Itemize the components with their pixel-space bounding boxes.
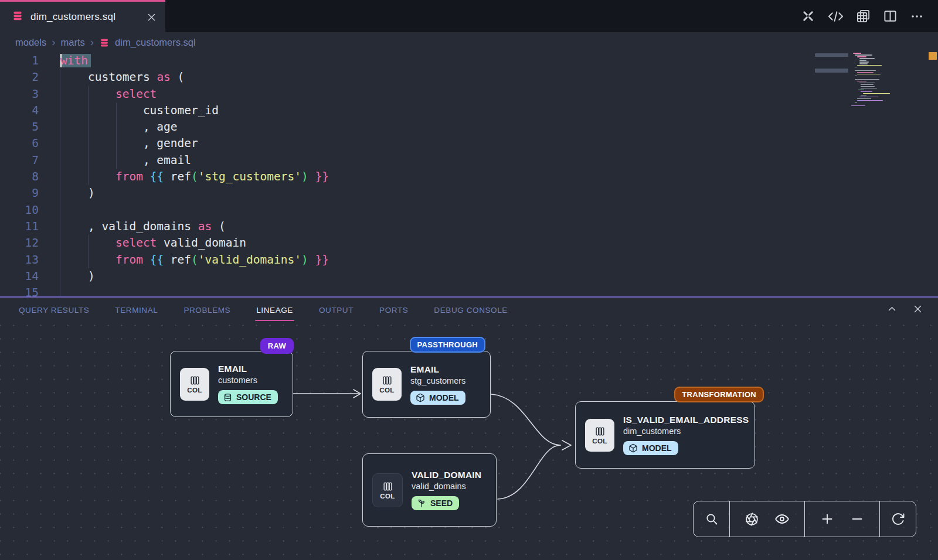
lineage-node-customers[interactable]: RAW COL EMAIL customers SOURCE [170, 351, 293, 417]
code-editor[interactable]: 1with2 customers as (3 select4 customer_… [0, 52, 938, 296]
column-chip[interactable]: COL [585, 419, 614, 452]
lineage-node-stg-customers[interactable]: PASSTHROUGH COL EMAIL stg_customers MODE… [362, 351, 491, 418]
eye-icon[interactable] [774, 511, 790, 527]
panel-tab-ports[interactable]: PORTS [379, 303, 408, 317]
panel-tab-terminal[interactable]: TERMINAL [115, 303, 158, 317]
node-subtitle: customers [218, 375, 278, 385]
code-token: ref [164, 253, 191, 267]
line-number: 13 [0, 252, 39, 268]
panel-actions [887, 304, 923, 316]
close-panel-icon[interactable] [913, 304, 923, 316]
code-line[interactable]: 11 , valid_domains as ( [0, 218, 938, 235]
category-badge-transformation: TRANSFORMATION [674, 387, 764, 402]
minimap-line [851, 86, 899, 87]
minimap-line [851, 88, 899, 89]
type-badge-seed[interactable]: SEED [412, 496, 459, 510]
node-title: IS_VALID_EMAIL_ADDRESS [623, 415, 745, 425]
refresh-icon[interactable] [891, 512, 905, 526]
panel-tab-debug-console[interactable]: DEBUG CONSOLE [434, 303, 508, 317]
dbt-icon[interactable] [801, 9, 815, 23]
line-number: 11 [0, 218, 39, 235]
code-token: 'stg_customers' [198, 170, 301, 183]
code-token: customers [60, 70, 157, 84]
more-actions-icon[interactable] [910, 9, 924, 23]
type-badge-model[interactable]: MODEL [410, 391, 465, 405]
code-line[interactable]: 14 ) [0, 268, 938, 285]
minimap[interactable] [851, 53, 899, 102]
code-token: select [115, 87, 157, 101]
code-token: }} [315, 170, 328, 183]
code-icon[interactable] [828, 10, 844, 23]
zoom-in-icon[interactable] [820, 512, 834, 526]
collapse-panel-icon[interactable] [887, 304, 897, 316]
node-title: VALID_DOMAIN [412, 470, 481, 480]
minimap-line [851, 90, 899, 91]
minimap-line [851, 93, 899, 94]
code-line[interactable]: 2 customers as ( [0, 69, 938, 86]
code-line[interactable]: 8 from {{ ref('stg_customers') }} [0, 169, 938, 185]
code-line[interactable]: 1with [0, 53, 938, 69]
line-number: 12 [0, 235, 39, 251]
copy-table-icon[interactable] [856, 9, 871, 23]
code-line[interactable]: 10 [0, 202, 938, 218]
code-token: ( [212, 220, 225, 233]
code-line[interactable]: 6 , gender [0, 135, 938, 152]
editor-actions [801, 0, 938, 32]
code-line[interactable]: 15 [0, 285, 938, 296]
lineage-node-dim-customers[interactable]: TRANSFORMATION COL IS_VALID_EMAIL_ADDRES… [575, 401, 755, 469]
columns-icon [382, 481, 393, 492]
database-icon [12, 10, 23, 24]
column-chip[interactable]: COL [372, 473, 403, 507]
code-token: {{ [150, 253, 164, 267]
code-token: ref [164, 170, 191, 183]
database-icon [99, 37, 110, 48]
code-line[interactable]: 7 , email [0, 152, 938, 169]
tab-dim-customers[interactable]: dim_customers.sql [0, 0, 165, 32]
code-token: ) [301, 170, 308, 183]
code-token [60, 87, 115, 101]
panel-header: QUERY RESULTSTERMINALPROBLEMSLINEAGEOUTP… [0, 298, 938, 323]
lineage-canvas[interactable]: RAW COL EMAIL customers SOURCE PASSTHROU… [0, 324, 938, 560]
minimap-viewport-mark [815, 69, 848, 73]
code-line[interactable]: 13 from {{ ref('valid_domains') }} [0, 252, 938, 268]
panel-tab-query-results[interactable]: QUERY RESULTS [19, 303, 89, 317]
column-chip[interactable]: COL [372, 368, 402, 401]
close-tab-icon[interactable] [147, 13, 156, 22]
type-badge-model[interactable]: MODEL [623, 441, 678, 455]
type-badge-source[interactable]: SOURCE [218, 390, 278, 404]
panel-tab-problems[interactable]: PROBLEMS [183, 303, 230, 317]
aperture-icon[interactable] [745, 512, 759, 527]
breadcrumb-item-file[interactable]: dim_customers.sql [115, 37, 196, 48]
code-token: as [198, 220, 212, 233]
lineage-node-valid-domains[interactable]: COL VALID_DOMAIN valid_domains SEED [362, 453, 497, 527]
code-token: from [115, 253, 143, 267]
search-icon[interactable] [705, 512, 719, 526]
panel-tab-output[interactable]: OUTPUT [319, 303, 354, 317]
breadcrumb-item-models[interactable]: models [15, 37, 46, 48]
code-line[interactable]: 9 ) [0, 185, 938, 202]
column-chip[interactable]: COL [180, 368, 209, 401]
line-number: 14 [0, 268, 39, 285]
code-token: ( [191, 253, 198, 267]
code-line[interactable]: 4 customer_id [0, 103, 938, 119]
code-line[interactable]: 3 select [0, 86, 938, 103]
minimap-line [851, 105, 899, 107]
line-number: 1 [0, 53, 39, 69]
code-line[interactable]: 5 , age [0, 119, 938, 135]
editor-tab-bar: dim_customers.sql [0, 0, 938, 32]
database-icon [223, 393, 232, 402]
minimap-line [851, 70, 899, 71]
category-badge-raw: RAW [260, 338, 294, 354]
zoom-out-icon[interactable] [850, 512, 864, 526]
cube-icon [628, 443, 638, 453]
node-title: EMAIL [410, 364, 465, 375]
code-line[interactable]: 12 select valid_domain [0, 235, 938, 251]
seedling-icon [417, 498, 426, 508]
minimap-line [851, 84, 899, 86]
line-number: 3 [0, 86, 39, 103]
panel-tab-lineage[interactable]: LINEAGE [256, 303, 293, 317]
breadcrumb-item-marts[interactable]: marts [61, 37, 85, 48]
code-token: }} [315, 253, 328, 267]
split-editor-icon[interactable] [883, 9, 898, 23]
code-token: ( [171, 70, 184, 84]
